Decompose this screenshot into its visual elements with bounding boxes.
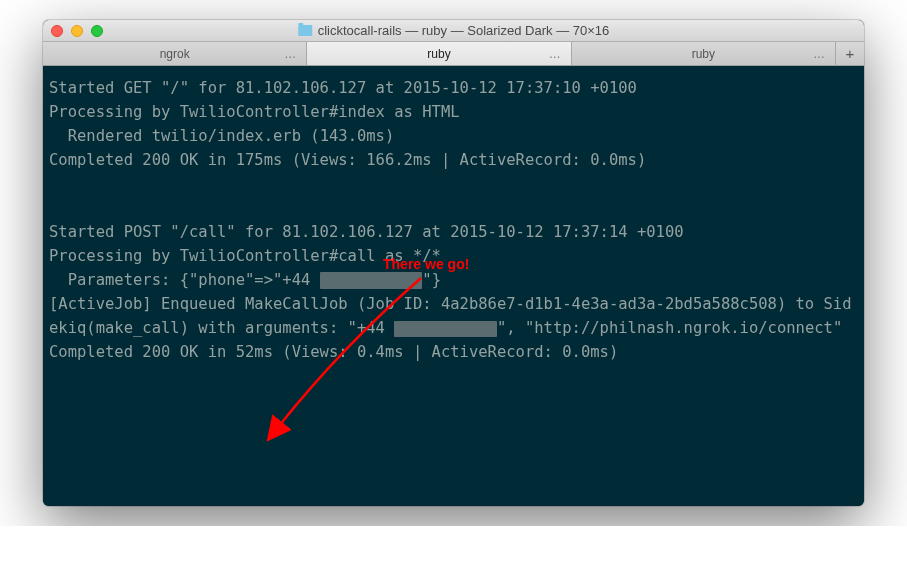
- log-line: Started POST "/call" for 81.102.106.127 …: [49, 223, 684, 241]
- tab-label: ngrok: [160, 47, 190, 61]
- tab-ruby-2[interactable]: ruby …: [572, 42, 836, 65]
- log-line: Processing by TwilioController#index as …: [49, 103, 460, 121]
- log-line: Processing by TwilioController#call as *…: [49, 247, 441, 265]
- log-line: Rendered twilio/index.erb (143.0ms): [49, 127, 394, 145]
- log-line: Completed 200 OK in 175ms (Views: 166.2m…: [49, 151, 646, 169]
- tab-menu-icon[interactable]: …: [284, 47, 296, 61]
- terminal-window: clicktocall-rails — ruby — Solarized Dar…: [43, 20, 864, 506]
- tab-label: ruby: [427, 47, 450, 61]
- tab-ngrok[interactable]: ngrok …: [43, 42, 307, 65]
- terminal-output[interactable]: Started GET "/" for 81.102.106.127 at 20…: [43, 66, 864, 506]
- new-tab-button[interactable]: +: [836, 42, 864, 65]
- tab-ruby-active[interactable]: ruby …: [307, 42, 571, 65]
- folder-icon: [298, 25, 312, 36]
- redacted-phone: xxxx xxxxxx: [394, 321, 497, 337]
- log-line: Started GET "/" for 81.102.106.127 at 20…: [49, 79, 637, 97]
- tab-menu-icon[interactable]: …: [813, 47, 825, 61]
- tab-label: ruby: [692, 47, 715, 61]
- log-line: [ActiveJob] Enqueued MakeCallJob (Job ID…: [49, 295, 852, 337]
- window-title-text: clicktocall-rails — ruby — Solarized Dar…: [318, 23, 610, 38]
- close-button[interactable]: [51, 25, 63, 37]
- log-line: Completed 200 OK in 52ms (Views: 0.4ms |…: [49, 343, 618, 361]
- traffic-lights: [51, 25, 103, 37]
- minimize-button[interactable]: [71, 25, 83, 37]
- titlebar[interactable]: clicktocall-rails — ruby — Solarized Dar…: [43, 20, 864, 42]
- tab-menu-icon[interactable]: …: [549, 47, 561, 61]
- tab-bar: ngrok … ruby … ruby … +: [43, 42, 864, 66]
- redacted-phone: xxxx xxxxxx: [320, 272, 423, 288]
- window-title: clicktocall-rails — ruby — Solarized Dar…: [298, 23, 610, 38]
- log-line: Parameters: {"phone"=>"+44 xxxx xxxxxx"}: [49, 271, 441, 289]
- maximize-button[interactable]: [91, 25, 103, 37]
